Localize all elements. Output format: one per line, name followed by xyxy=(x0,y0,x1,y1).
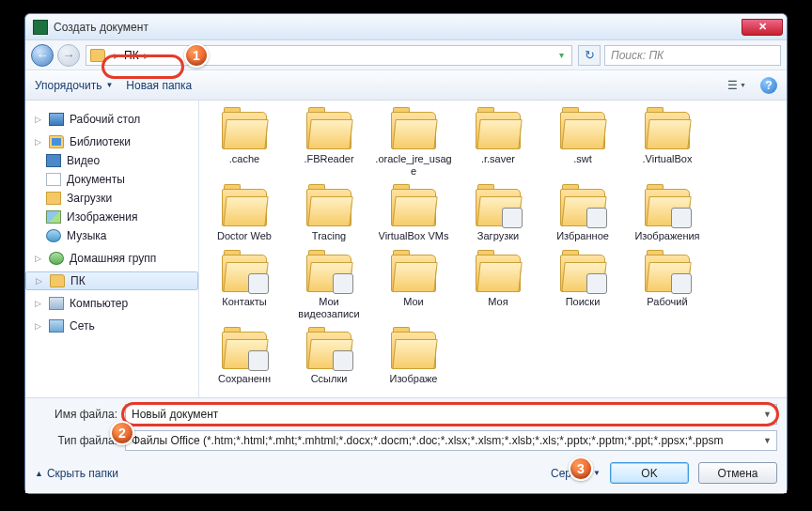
folder-label: Изображе xyxy=(390,373,438,385)
shortcut-badge-icon xyxy=(671,273,692,294)
folder-item[interactable]: Загрузки xyxy=(457,185,539,246)
folder-icon xyxy=(645,112,690,149)
expand-icon[interactable]: ▷ xyxy=(35,137,43,147)
folder-item[interactable]: Изображе xyxy=(372,328,455,389)
cancel-button[interactable]: Отмена xyxy=(698,462,777,484)
expand-icon[interactable]: ▷ xyxy=(35,321,43,331)
chevron-down-icon[interactable]: ▼ xyxy=(760,433,774,448)
folder-item[interactable]: Мои xyxy=(372,251,455,324)
sidebar-item-label: Рабочий стол xyxy=(70,113,140,126)
chevron-up-icon: ▲ xyxy=(35,469,43,478)
folder-item[interactable]: Рабочий xyxy=(626,251,709,324)
folder-item[interactable]: Поиски xyxy=(541,251,624,324)
titlebar[interactable]: Создать документ ✕ xyxy=(25,14,787,40)
shortcut-badge-icon xyxy=(248,273,269,294)
folder-item[interactable]: Избранное xyxy=(541,185,624,246)
expand-icon[interactable]: ▷ xyxy=(35,299,43,308)
refresh-button[interactable]: ↻ xyxy=(578,45,601,66)
sidebar-item[interactable]: ▷ПК xyxy=(25,271,198,290)
annotation-marker-1: 1 xyxy=(184,43,209,68)
toolbar: Упорядочить ▼ Новая папка ☰ ▼ ? xyxy=(25,70,787,101)
arrow-left-icon: ← xyxy=(37,48,49,62)
ok-button[interactable]: OK xyxy=(610,462,689,484)
sidebar-item[interactable]: Музыка xyxy=(25,226,198,245)
chevron-down-icon[interactable]: ▼ xyxy=(760,407,774,422)
view-button[interactable]: ☰ ▼ xyxy=(726,75,747,96)
folder-icon xyxy=(222,255,267,292)
folder-label: Изображения xyxy=(634,230,699,242)
shortcut-badge-icon xyxy=(586,273,607,294)
expand-icon[interactable]: ▷ xyxy=(35,254,43,263)
folder-item[interactable]: Сохраненн xyxy=(203,328,286,389)
window-title: Создать документ xyxy=(54,21,148,34)
help-button[interactable]: ? xyxy=(760,77,777,94)
expand-icon[interactable]: ▷ xyxy=(35,115,43,124)
shortcut-badge-icon xyxy=(502,208,523,228)
sidebar-item[interactable]: ▷Рабочий стол xyxy=(25,110,198,129)
breadcrumb-item[interactable]: ПК xyxy=(122,49,141,62)
filename-input[interactable]: Новый документ ▼ xyxy=(125,404,777,425)
folder-item[interactable]: .oracle_jre_usage xyxy=(372,108,455,181)
folder-item[interactable]: .cache xyxy=(203,108,286,181)
chevron-down-icon: ▼ xyxy=(740,82,746,88)
sidebar-item[interactable]: Видео xyxy=(25,151,198,170)
close-button[interactable]: ✕ xyxy=(742,19,783,36)
expand-icon[interactable]: ▷ xyxy=(36,276,44,286)
folder-item[interactable]: Контакты xyxy=(203,251,286,324)
desktop-icon xyxy=(49,113,64,126)
folder-label: .cache xyxy=(229,153,259,165)
folder-label: Моя xyxy=(488,296,508,308)
organize-button[interactable]: Упорядочить ▼ xyxy=(35,79,113,92)
folder-item[interactable]: Мои видеозаписи xyxy=(288,251,370,324)
folder-item[interactable]: Моя xyxy=(457,251,539,324)
folder-view[interactable]: .cache.FBReader.oracle_jre_usage.r.saver… xyxy=(199,101,787,397)
sidebar-item[interactable]: ▷Сеть xyxy=(25,317,198,335)
app-icon xyxy=(33,20,48,35)
sidebar-item[interactable]: Изображения xyxy=(25,208,198,226)
folder-label: .oracle_jre_usage xyxy=(373,153,454,178)
folder-item[interactable]: VirtualBox VMs xyxy=(372,185,455,246)
filetype-label: Тип файла: xyxy=(35,434,117,447)
sidebar-item-label: Библиотеки xyxy=(70,135,131,148)
close-icon: ✕ xyxy=(758,21,767,33)
shortcut-badge-icon xyxy=(333,273,353,294)
folder-icon xyxy=(306,332,351,369)
search-input[interactable]: Поиск: ПК xyxy=(604,45,781,66)
folder-label: .VirtualBox xyxy=(643,153,693,165)
view-icon: ☰ xyxy=(727,79,738,92)
folder-icon xyxy=(391,255,436,292)
new-folder-button[interactable]: Новая папка xyxy=(126,79,192,92)
folder-icon xyxy=(560,112,605,149)
folder-item[interactable]: Изображения xyxy=(626,185,709,246)
folder-label: .FBReader xyxy=(304,153,353,165)
sidebar-item[interactable]: ▷Компьютер xyxy=(25,294,198,313)
folder-item[interactable]: Tracing xyxy=(288,185,370,246)
sidebar-item[interactable]: Загрузки xyxy=(25,189,198,208)
sidebar-item-label: Загрузки xyxy=(67,192,112,205)
hide-folders-button[interactable]: ▲ Скрыть папки xyxy=(35,467,118,480)
sidebar-item[interactable]: ▷Библиотеки xyxy=(25,132,198,151)
back-button[interactable]: ← xyxy=(31,44,54,67)
folder-icon xyxy=(90,49,105,62)
home-icon xyxy=(49,252,64,265)
folder-label: .swt xyxy=(573,153,592,165)
folder-item[interactable]: .swt xyxy=(541,108,624,181)
forward-button[interactable]: → xyxy=(57,44,80,67)
shortcut-badge-icon xyxy=(333,350,353,371)
folder-item[interactable]: .r.saver xyxy=(457,108,539,181)
folder-item[interactable]: Ссылки xyxy=(288,328,370,389)
folder-label: Doctor Web xyxy=(217,230,272,242)
folder-item[interactable]: .FBReader xyxy=(288,108,370,181)
folder-label: Поиски xyxy=(566,296,601,308)
folder-label: Контакты xyxy=(222,296,267,308)
sidebar-item[interactable]: Документы xyxy=(25,170,198,189)
help-icon: ? xyxy=(765,79,772,92)
shortcut-badge-icon xyxy=(671,208,692,228)
history-dropdown-icon[interactable]: ▾ xyxy=(555,50,568,60)
address-bar[interactable]: ▸ ПК ▸ ▾ xyxy=(86,45,572,66)
folder-item[interactable]: Doctor Web xyxy=(203,185,286,246)
filetype-select[interactable]: Файлы Office (*.htm;*.html;*.mht;*.mhtml… xyxy=(125,430,777,451)
sidebar-item[interactable]: ▷Домашняя групп xyxy=(25,249,198,268)
folder-item[interactable]: .VirtualBox xyxy=(626,108,709,181)
folder-icon xyxy=(391,189,436,226)
